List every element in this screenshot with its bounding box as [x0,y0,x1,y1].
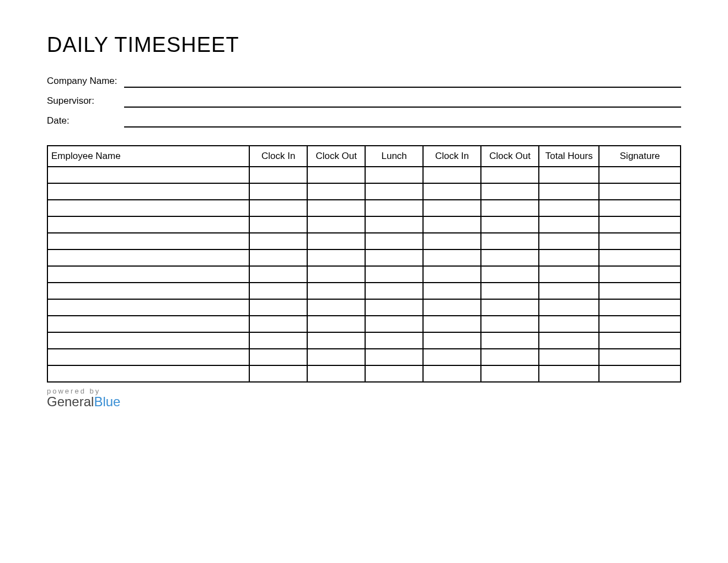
cell-employee-name[interactable] [47,349,249,365]
cell-clock-in-1[interactable] [249,233,307,249]
cell-total-hours[interactable] [539,283,599,299]
cell-clock-out-1[interactable] [307,365,365,382]
cell-clock-out-2[interactable] [481,183,539,200]
cell-clock-in-2[interactable] [423,316,481,332]
supervisor-input-line[interactable] [124,94,681,108]
cell-clock-out-2[interactable] [481,365,539,382]
cell-clock-out-2[interactable] [481,266,539,283]
cell-total-hours[interactable] [539,200,599,216]
cell-clock-in-1[interactable] [249,216,307,233]
cell-clock-in-1[interactable] [249,167,307,183]
cell-clock-out-2[interactable] [481,349,539,365]
cell-clock-out-1[interactable] [307,266,365,283]
cell-clock-in-2[interactable] [423,332,481,349]
cell-lunch[interactable] [365,316,423,332]
cell-clock-out-2[interactable] [481,216,539,233]
cell-clock-out-2[interactable] [481,316,539,332]
cell-total-hours[interactable] [539,266,599,283]
cell-clock-out-1[interactable] [307,316,365,332]
cell-signature[interactable] [599,249,681,266]
cell-total-hours[interactable] [539,183,599,200]
cell-clock-in-2[interactable] [423,167,481,183]
cell-lunch[interactable] [365,233,423,249]
cell-employee-name[interactable] [47,233,249,249]
cell-signature[interactable] [599,349,681,365]
cell-employee-name[interactable] [47,183,249,200]
cell-signature[interactable] [599,316,681,332]
cell-clock-in-2[interactable] [423,266,481,283]
cell-clock-in-2[interactable] [423,216,481,233]
cell-employee-name[interactable] [47,299,249,316]
cell-lunch[interactable] [365,266,423,283]
cell-clock-in-2[interactable] [423,183,481,200]
cell-signature[interactable] [599,365,681,382]
cell-lunch[interactable] [365,299,423,316]
cell-clock-out-2[interactable] [481,332,539,349]
cell-lunch[interactable] [365,200,423,216]
cell-clock-out-1[interactable] [307,349,365,365]
date-input-line[interactable] [124,114,681,128]
cell-clock-out-1[interactable] [307,167,365,183]
cell-employee-name[interactable] [47,266,249,283]
cell-clock-in-1[interactable] [249,332,307,349]
cell-total-hours[interactable] [539,216,599,233]
cell-clock-out-2[interactable] [481,283,539,299]
cell-lunch[interactable] [365,332,423,349]
cell-total-hours[interactable] [539,299,599,316]
cell-clock-in-2[interactable] [423,233,481,249]
cell-signature[interactable] [599,183,681,200]
cell-signature[interactable] [599,200,681,216]
cell-employee-name[interactable] [47,167,249,183]
cell-clock-in-2[interactable] [423,349,481,365]
cell-clock-in-1[interactable] [249,266,307,283]
cell-clock-out-1[interactable] [307,233,365,249]
cell-employee-name[interactable] [47,216,249,233]
cell-employee-name[interactable] [47,332,249,349]
cell-clock-out-1[interactable] [307,183,365,200]
cell-clock-in-1[interactable] [249,365,307,382]
cell-clock-in-1[interactable] [249,200,307,216]
cell-lunch[interactable] [365,216,423,233]
cell-lunch[interactable] [365,349,423,365]
cell-clock-out-2[interactable] [481,200,539,216]
cell-clock-in-2[interactable] [423,249,481,266]
cell-signature[interactable] [599,233,681,249]
cell-total-hours[interactable] [539,167,599,183]
cell-clock-in-2[interactable] [423,299,481,316]
cell-clock-in-2[interactable] [423,283,481,299]
cell-lunch[interactable] [365,365,423,382]
cell-clock-out-1[interactable] [307,200,365,216]
cell-lunch[interactable] [365,167,423,183]
cell-signature[interactable] [599,216,681,233]
cell-clock-in-1[interactable] [249,316,307,332]
company-input-line[interactable] [124,75,681,88]
cell-lunch[interactable] [365,249,423,266]
cell-total-hours[interactable] [539,233,599,249]
cell-signature[interactable] [599,332,681,349]
cell-clock-out-2[interactable] [481,233,539,249]
cell-employee-name[interactable] [47,200,249,216]
cell-clock-in-1[interactable] [249,349,307,365]
cell-total-hours[interactable] [539,332,599,349]
cell-clock-out-1[interactable] [307,216,365,233]
cell-clock-in-2[interactable] [423,365,481,382]
cell-clock-in-1[interactable] [249,283,307,299]
cell-clock-in-2[interactable] [423,200,481,216]
cell-clock-out-1[interactable] [307,299,365,316]
cell-clock-out-2[interactable] [481,299,539,316]
cell-clock-out-1[interactable] [307,249,365,266]
cell-clock-in-1[interactable] [249,299,307,316]
cell-clock-out-1[interactable] [307,283,365,299]
cell-signature[interactable] [599,167,681,183]
cell-lunch[interactable] [365,283,423,299]
cell-clock-out-2[interactable] [481,167,539,183]
cell-lunch[interactable] [365,183,423,200]
cell-employee-name[interactable] [47,316,249,332]
cell-total-hours[interactable] [539,316,599,332]
cell-total-hours[interactable] [539,249,599,266]
cell-employee-name[interactable] [47,283,249,299]
cell-employee-name[interactable] [47,365,249,382]
cell-clock-in-1[interactable] [249,249,307,266]
cell-clock-out-1[interactable] [307,332,365,349]
cell-total-hours[interactable] [539,365,599,382]
